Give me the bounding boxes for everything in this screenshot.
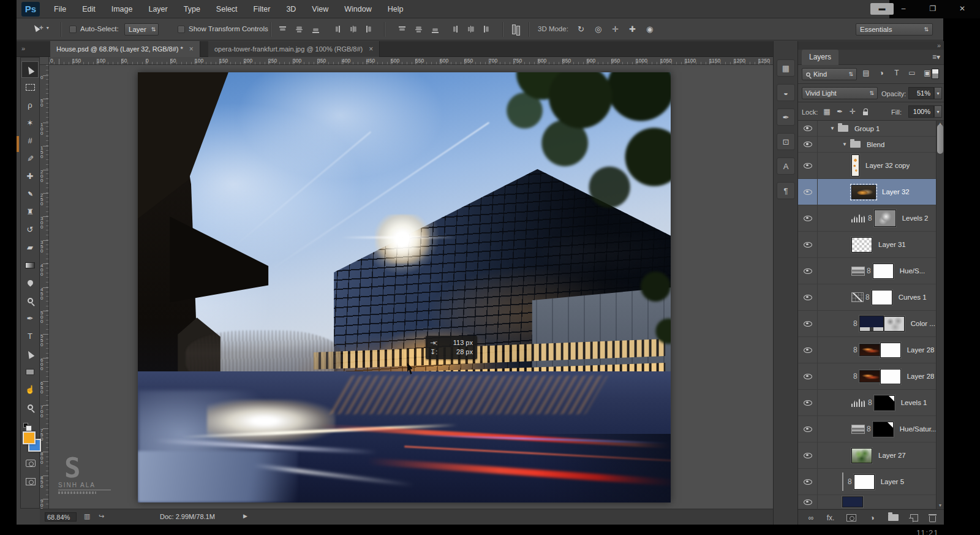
zoom-tool[interactable]	[21, 399, 39, 415]
visibility-toggle[interactable]	[798, 284, 818, 310]
visibility-toggle[interactable]	[798, 179, 818, 205]
pasteboard[interactable]: ⇥: 113 px ↧: 28 px S SINH ALA	[49, 65, 773, 509]
layers-scrollbar-thumb[interactable]	[937, 124, 943, 154]
lock-all-icon[interactable]	[859, 105, 872, 118]
quick-mask-icon[interactable]	[26, 460, 36, 467]
foreground-color-swatch[interactable]	[23, 431, 36, 444]
link-layers-icon[interactable]: ∞	[803, 512, 819, 523]
menu-type[interactable]: Type	[176, 0, 208, 18]
align-top-edges-icon[interactable]	[333, 25, 341, 34]
opacity-stepper[interactable]: ▾	[934, 87, 942, 99]
menu-window[interactable]: Window	[336, 0, 379, 18]
visibility-toggle[interactable]	[798, 337, 818, 363]
menu-layer[interactable]: Layer	[140, 0, 175, 18]
shape-tool[interactable]	[21, 363, 39, 380]
layer-thumbnail[interactable]	[859, 370, 880, 382]
zoom-level-field[interactable]: 68.84%	[45, 512, 77, 522]
fill-stepper[interactable]: ▾	[934, 105, 942, 118]
layer-mask-thumbnail[interactable]	[873, 422, 894, 437]
eyedropper-tool[interactable]: ✎	[21, 150, 39, 167]
dodge-tool[interactable]	[21, 292, 39, 309]
workspace-select[interactable]: Essentials ⇅	[856, 23, 933, 36]
default-colors-icon[interactable]	[23, 423, 28, 428]
vertical-ruler[interactable]: 0501001502002503003504004505005506006507…	[40, 65, 49, 509]
align-right-edges-icon[interactable]	[312, 25, 320, 34]
visibility-toggle[interactable]	[798, 363, 818, 389]
visibility-toggle[interactable]	[798, 416, 818, 442]
layer-thumbnail[interactable]	[851, 185, 876, 199]
menu-image[interactable]: Image	[104, 0, 141, 18]
visibility-toggle[interactable]	[798, 232, 818, 257]
canvas-image[interactable]: ⇥: 113 px ↧: 28 px	[138, 72, 671, 503]
menu-filter[interactable]: Filter	[246, 0, 279, 18]
filter-type-layers-icon[interactable]: T	[890, 67, 903, 79]
layer-thumbnail[interactable]	[854, 474, 875, 490]
eraser-tool[interactable]: ▰	[21, 239, 39, 256]
paragraph-panel-icon[interactable]: ¶	[777, 182, 795, 199]
scroll-down-icon[interactable]: ▼	[938, 503, 943, 507]
layer-mask-thumbnail[interactable]	[874, 395, 895, 411]
blur-tool[interactable]	[21, 275, 39, 291]
visibility-toggle[interactable]	[798, 205, 818, 231]
visibility-toggle[interactable]	[798, 442, 818, 468]
export-icon[interactable]: ↪	[99, 512, 104, 520]
expand-triangle-icon[interactable]: ▼	[830, 126, 835, 131]
scroll-up-icon[interactable]: ▲	[938, 121, 943, 126]
align-bottom-edges-icon[interactable]	[366, 25, 374, 34]
horizontal-ruler[interactable]: 0150100500501001502002503003504004505005…	[49, 57, 773, 65]
brush-tool[interactable]: ✒	[21, 186, 39, 202]
status-expand-arrow-icon[interactable]: ▶	[243, 513, 247, 519]
menu-edit[interactable]: Edit	[74, 0, 104, 18]
3d-rotate-icon[interactable]: ↻	[578, 25, 584, 34]
document-tab[interactable]: opera-tower-frankfurt.main.jpg @ 100% (R…	[208, 41, 380, 57]
minimize-button[interactable]: –	[894, 1, 913, 16]
layer-mask-thumbnail[interactable]	[872, 290, 892, 305]
histogram-panel-icon[interactable]: ▦	[777, 59, 795, 77]
3d-slide-icon[interactable]: ✚	[629, 25, 636, 34]
move-tool[interactable]	[21, 61, 39, 78]
3d-camera-icon[interactable]: ◉	[646, 25, 653, 34]
tab-close-icon[interactable]: ×	[189, 45, 194, 53]
layer-thumbnail[interactable]	[851, 237, 872, 252]
history-brush-tool[interactable]: ↺	[21, 221, 39, 238]
distribute-left-edges-icon[interactable]	[450, 25, 459, 34]
distribute-vertical-centers-icon[interactable]	[415, 25, 423, 34]
tab-close-icon[interactable]: ×	[369, 45, 373, 53]
color-panel-icon[interactable]: ◒	[777, 84, 795, 101]
layer-row[interactable]: 8Color ...	[798, 311, 944, 337]
filter-kind-select[interactable]: Kind ⇅	[802, 68, 857, 80]
panel-menu-icon[interactable]: ≡▾	[932, 53, 940, 61]
align-left-edges-icon[interactable]	[279, 25, 287, 34]
layer-mask-thumbnail[interactable]	[873, 264, 894, 279]
layer-row[interactable]: Layer 32 copy	[798, 153, 944, 179]
lock-pixels-icon[interactable]: ✒	[833, 105, 846, 118]
magic-wand-tool[interactable]: ✶	[21, 115, 39, 131]
menu-view[interactable]: View	[304, 0, 336, 18]
tab-overflow-icon[interactable]: »	[21, 45, 24, 52]
crop-tool[interactable]: #	[21, 132, 39, 149]
move-tool-preset-icon[interactable]: ✛ ▾	[34, 25, 49, 31]
menu-select[interactable]: Select	[208, 0, 246, 18]
tab-layers[interactable]: Layers	[802, 50, 839, 65]
lasso-tool[interactable]: ρ	[21, 97, 39, 113]
opacity-value-field[interactable]: 51%	[908, 87, 934, 99]
layer-mask-thumbnail[interactable]	[884, 316, 905, 332]
align-vertical-centers-icon[interactable]	[349, 25, 358, 34]
restore-button[interactable]: ❐	[924, 1, 942, 16]
layer-row[interactable]: 8Hue/Satur...	[798, 416, 944, 442]
filter-shape-layers-icon[interactable]: ▭	[905, 67, 919, 79]
visibility-toggle[interactable]	[798, 153, 818, 178]
document-tab[interactable]: House.psd @ 68.8% (Layer 32, RGB/8#) *×	[50, 41, 200, 57]
layer-row[interactable]: 8Levels 2	[798, 205, 944, 232]
layer-row[interactable]: 8Curves 1	[798, 284, 944, 311]
layers-scrollbar-track[interactable]	[936, 121, 944, 509]
gradient-tool[interactable]	[21, 257, 39, 273]
brush-panel-icon[interactable]: ✒	[777, 108, 795, 126]
layer-thumbnail[interactable]	[851, 448, 872, 463]
distribute-horizontal-centers-icon[interactable]	[467, 25, 475, 34]
distribute-top-edges-icon[interactable]	[398, 25, 407, 34]
layer-row[interactable]: 8Hue/S...	[798, 258, 944, 284]
new-group-icon[interactable]	[885, 512, 901, 523]
add-layer-mask-icon[interactable]	[843, 512, 859, 523]
new-layer-icon[interactable]	[906, 512, 922, 523]
